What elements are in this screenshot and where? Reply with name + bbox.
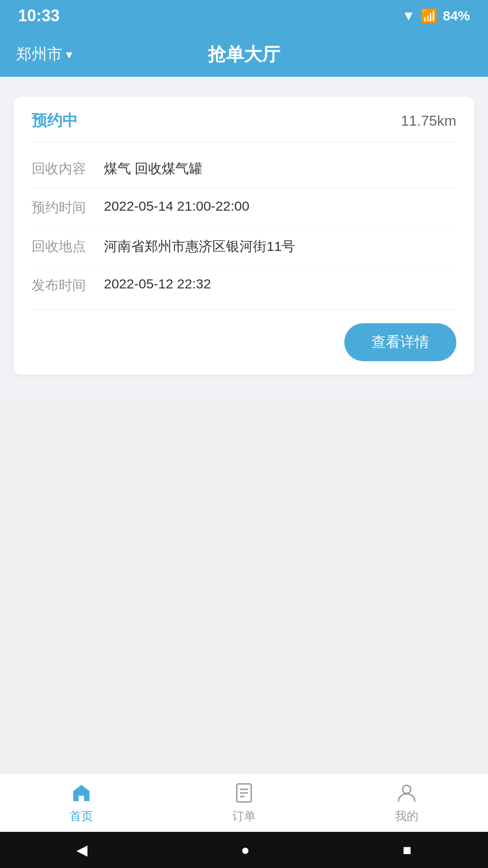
header: 郑州市 ▾ 抢单大厅: [0, 32, 488, 77]
card-footer: 查看详情: [32, 319, 456, 361]
detail-button[interactable]: 查看详情: [344, 323, 456, 361]
battery-text: 84%: [443, 8, 470, 24]
nav-item-home[interactable]: 首页: [70, 781, 93, 824]
nav-item-profile[interactable]: 我的: [395, 781, 418, 824]
chevron-down-icon: ▾: [66, 47, 72, 62]
row-label-2: 回收地点: [32, 237, 104, 256]
row-label-0: 回收内容: [32, 160, 104, 178]
row-label-3: 发布时间: [32, 276, 104, 295]
row-value-1: 2022-05-14 21:00-22:00: [104, 198, 456, 214]
divider-bottom: [32, 309, 456, 310]
bottom-nav: 首页 订单 我的: [0, 773, 488, 832]
signal-icon: 📶: [421, 8, 437, 24]
row-value-0: 煤气 回收煤气罐: [104, 160, 456, 178]
order-card: 预约中 11.75km 回收内容 煤气 回收煤气罐 预约时间 2022-05-1…: [14, 97, 474, 375]
order-icon: [232, 781, 256, 805]
location-selector[interactable]: 郑州市 ▾: [16, 44, 72, 65]
status-bar: 10:33 ▼ 📶 84%: [0, 0, 488, 32]
main-content: 预约中 11.75km 回收内容 煤气 回收煤气罐 预约时间 2022-05-1…: [0, 77, 488, 395]
user-icon: [395, 781, 418, 805]
nav-label-home: 首页: [70, 808, 93, 824]
divider: [32, 142, 456, 142]
table-row: 回收内容 煤气 回收煤气罐: [32, 150, 456, 189]
wifi-icon: ▼: [402, 8, 415, 24]
status-time: 10:33: [18, 6, 60, 25]
recent-button[interactable]: ■: [403, 842, 411, 859]
row-label-1: 预约时间: [32, 198, 104, 217]
card-header: 预约中 11.75km: [32, 110, 456, 131]
order-distance: 11.75km: [401, 113, 456, 129]
home-button[interactable]: ●: [241, 842, 249, 859]
back-button[interactable]: ◀: [76, 841, 88, 859]
table-row: 发布时间 2022-05-12 22:32: [32, 266, 456, 305]
svg-point-4: [403, 785, 411, 793]
nav-label-profile: 我的: [395, 808, 418, 824]
system-nav-bar: ◀ ● ■: [0, 832, 488, 868]
location-text: 郑州市: [16, 44, 62, 65]
page-title: 抢单大厅: [208, 42, 280, 67]
table-row: 预约时间 2022-05-14 21:00-22:00: [32, 189, 456, 227]
row-value-2: 河南省郑州市惠济区银河街11号: [104, 237, 456, 256]
card-rows: 回收内容 煤气 回收煤气罐 预约时间 2022-05-14 21:00-22:0…: [32, 150, 456, 305]
table-row: 回收地点 河南省郑州市惠济区银河街11号: [32, 227, 456, 266]
row-value-3: 2022-05-12 22:32: [104, 276, 456, 292]
nav-label-order: 订单: [232, 808, 256, 824]
nav-item-order[interactable]: 订单: [232, 781, 256, 824]
home-icon: [70, 781, 93, 805]
order-status: 预约中: [32, 110, 78, 131]
status-icons: ▼ 📶 84%: [402, 8, 470, 24]
